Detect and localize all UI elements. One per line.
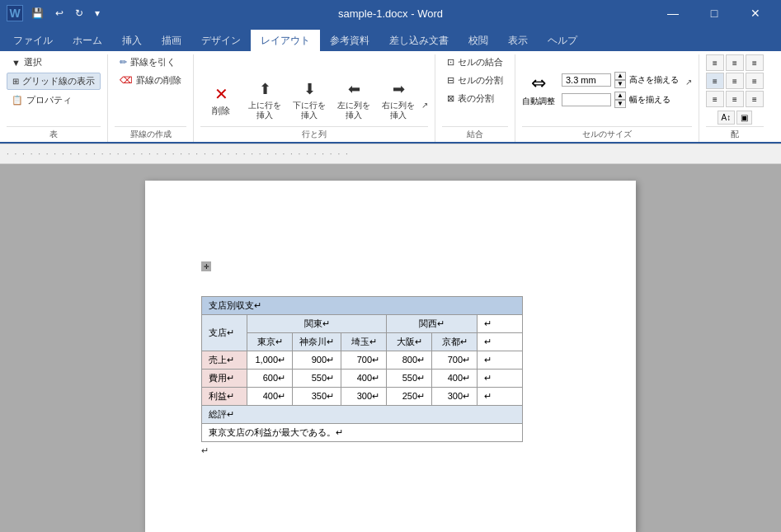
header-kansai-cell: 関西↵ [387, 315, 478, 333]
width-up-btn[interactable]: ▲ [614, 92, 626, 100]
align-botcenter-btn[interactable]: ≡ [726, 91, 744, 107]
cell-margin-btn[interactable]: ▣ [736, 111, 752, 125]
ribbon-group-table: ▼ 選択 ⊞ グリッド線の表示 📋 プロパティ 表 [0, 54, 108, 142]
tab-bar-container: ファイルホーム挿入描画デザインレイアウト参考資料差し込み文書校閲表示ヘルプ 表ツ… [0, 26, 781, 51]
delete-icon: ✕ [214, 84, 228, 104]
split-cells-icon: ⊟ [447, 75, 454, 86]
width-down-btn[interactable]: ▼ [614, 100, 626, 108]
table-row-hiyou: 費用↵ 600↵ 550↵ 400↵ 550↵ 400↵ ↵ [202, 370, 523, 388]
align-botleft-btn[interactable]: ≡ [706, 91, 724, 107]
insert-col-right-btn[interactable]: ➡ 右に列を挿入 [377, 77, 420, 125]
tab-レイアウト[interactable]: レイアウト [251, 30, 320, 51]
group-rowcol-label: 行と列 [200, 126, 428, 142]
height-input[interactable] [562, 73, 611, 87]
width-input-row: ▲ ▼ 幅を揃える [562, 92, 679, 108]
table-row-uriage: 売上↵ 1,000↵ 900↵ 700↵ 800↵ 700↵ ↵ [202, 351, 523, 370]
table-title-cell: 支店別収支↵ [202, 297, 523, 315]
title-bar-left: W 💾 ↩ ↻ ▾ [7, 5, 103, 21]
summary-label-cell: 総評↵ [202, 406, 523, 424]
table-move-handle[interactable]: ✛ [201, 261, 211, 271]
insert-row-below-btn[interactable]: ⬇ 下に行を挿入 [288, 77, 331, 125]
delete-btn[interactable]: ✕ 削除 [200, 77, 242, 125]
comment-cell: 東京支店の利益が最大である。↵ [202, 424, 523, 442]
undo-btn[interactable]: ↩ [52, 6, 67, 21]
height-down-btn[interactable]: ▼ [614, 80, 626, 88]
row-uriage-saitama: 700↵ [341, 351, 387, 370]
tab-ヘルプ[interactable]: ヘルプ [538, 30, 587, 51]
draw-border-icon: ✏ [120, 57, 127, 68]
redo-btn[interactable]: ↻ [72, 6, 87, 21]
gridlines-btn[interactable]: ⊞ グリッド線の表示 [7, 73, 101, 90]
erase-border-label: 罫線の削除 [136, 74, 181, 87]
align-midright-btn[interactable]: ≡ [746, 73, 764, 89]
split-cells-btn[interactable]: ⊟ セルの分割 [442, 73, 508, 88]
header-kanto-cell: 関東↵ [247, 315, 387, 333]
ribbon-group-borders: ✏ 罫線を引く ⌫ 罫線の削除 罫線の作成 [108, 54, 194, 142]
row-rieki-kanagawa: 350↵ [293, 388, 341, 406]
group-align-label: 配 [706, 126, 764, 142]
rowcol-expand-btn[interactable]: ↗ [421, 101, 428, 125]
row-rieki-saitama: 300↵ [341, 388, 387, 406]
group-borders-label: 罫線の作成 [115, 126, 186, 142]
ruler-content: · · · · · · · · · · · · · · · · · · · · … [7, 149, 350, 158]
size-inputs: ▲ ▼ 高さを揃える ▲ ▼ 幅を揃える [562, 72, 679, 108]
width-input[interactable] [562, 93, 611, 106]
height-spinners: ▲ ▼ [614, 72, 626, 88]
ribbon-group-rowcol: ✕ 削除 ⬆ 上に行を挿入 ⬇ 下に行を挿入 ⬅ 左に列を挿入 ➡ 右に列を [194, 54, 435, 142]
tab-ファイル[interactable]: ファイル [3, 30, 63, 51]
minimize-btn[interactable]: — [654, 0, 692, 26]
width-spinners: ▲ ▼ [614, 92, 626, 108]
save-btn[interactable]: 💾 [28, 6, 47, 21]
auto-adjust-btn[interactable]: ⇔ 自動調整 [522, 73, 555, 107]
align-topright-btn[interactable]: ≡ [746, 54, 764, 71]
tab-描画[interactable]: 描画 [152, 30, 191, 51]
table-header-row2: 東京↵ 神奈川↵ 埼玉↵ 大阪↵ 京都↵ ↵ [202, 333, 523, 351]
row-rieki-kyoto: 300↵ [432, 388, 478, 406]
row-hiyou-extra: ↵ [478, 370, 523, 388]
quick-access-btn[interactable]: ▾ [92, 6, 103, 21]
height-up-btn[interactable]: ▲ [614, 72, 626, 80]
tab-参考資料[interactable]: 参考資料 [320, 30, 379, 51]
insert-row-above-btn[interactable]: ⬆ 上に行を挿入 [243, 77, 286, 125]
text-direction-btns: A↕ ▣ [717, 111, 753, 125]
align-topleft-btn[interactable]: ≡ [706, 54, 724, 71]
row-uriage-kyoto: 700↵ [432, 351, 478, 370]
split-table-btn[interactable]: ⊠ 表の分割 [442, 91, 499, 106]
tab-差し込み文書[interactable]: 差し込み文書 [379, 30, 459, 51]
page: ✛ 支店別収支↵ 支店↵ 関東↵ [145, 181, 636, 532]
gridlines-icon: ⊞ [12, 77, 19, 86]
draw-border-btn[interactable]: ✏ 罫線を引く [115, 54, 181, 70]
text-dir-btn[interactable]: A↕ [717, 111, 736, 125]
cellsize-expand-btn[interactable]: ↗ [685, 78, 692, 101]
insert-col-left-btn[interactable]: ⬅ 左に列を挿入 [332, 77, 375, 125]
erase-border-btn[interactable]: ⌫ 罫線の削除 [115, 73, 186, 88]
document-area: ✛ 支店別収支↵ 支店↵ 関東↵ [0, 164, 781, 532]
align-topcenter-btn[interactable]: ≡ [726, 54, 744, 71]
table-container: 支店別収支↵ 支店↵ 関東↵ 関西↵ ↵ [201, 296, 586, 456]
merge-cells-btn[interactable]: ⊡ セルの結合 [442, 54, 508, 70]
row-rieki-tokyo: 400↵ [247, 388, 293, 406]
header-branch-cell: 支店↵ [202, 315, 247, 351]
tab-デザイン[interactable]: デザイン [191, 30, 251, 51]
align-botright-btn[interactable]: ≡ [746, 91, 764, 107]
height-equalize-label: 高さを揃える [629, 74, 679, 86]
tab-挿入[interactable]: 挿入 [112, 30, 152, 51]
align-midcenter-btn[interactable]: ≡ [726, 73, 744, 89]
tab-校閲[interactable]: 校閲 [459, 30, 498, 51]
header-saitama-cell: 埼玉↵ [341, 333, 387, 351]
merge-cells-label: セルの結合 [458, 56, 503, 68]
row-hiyou-kanagawa: 550↵ [293, 370, 341, 388]
cellsize-expand-icon: ↗ [685, 78, 692, 87]
properties-btn[interactable]: 📋 プロパティ [7, 92, 77, 108]
tab-表示[interactable]: 表示 [498, 30, 538, 51]
header-kyoto-cell: 京都↵ [432, 333, 478, 351]
select-btn[interactable]: ▼ 選択 [7, 54, 47, 70]
insert-col-left-icon: ⬅ [348, 81, 360, 99]
tab-ホーム[interactable]: ホーム [63, 30, 112, 51]
maximize-btn[interactable]: □ [695, 0, 733, 26]
close-btn[interactable]: ✕ [736, 0, 774, 26]
table-title-row: 支店別収支↵ [202, 297, 523, 315]
group-align-content: ≡ ≡ ≡ ≡ ≡ ≡ ≡ ≡ ≡ A↕ ▣ [706, 54, 764, 125]
row-uriage-extra: ↵ [478, 351, 523, 370]
align-midleft-btn[interactable]: ≡ [706, 73, 724, 89]
